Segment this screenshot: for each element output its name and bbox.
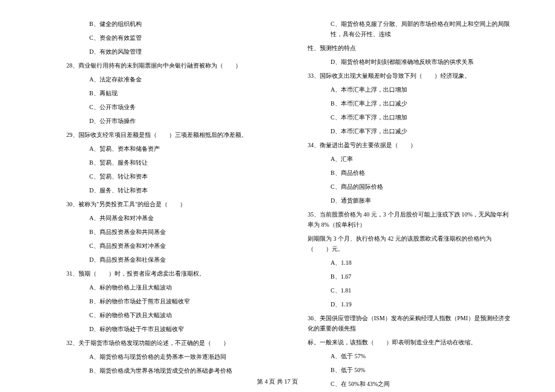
option-29-b: B、贸易、服务和转让: [66, 157, 271, 168]
question-28: 28、商业银行用持有的未到期票据向中央银行融资被称为（ ）: [66, 60, 271, 71]
option-32-b: B、期货价格成为世界各地现货成交价的基础参考价格: [66, 365, 271, 376]
option-32-c: C、期货价格克服了分散、局部的市场价格在时间上和空间上的局限性，具有公开性、连续: [308, 19, 513, 39]
option-31-c: C、标的物价格下跌且大幅波动: [66, 310, 271, 320]
option-33-c: C、本币汇率下浮，出口增加: [308, 112, 513, 122]
option-28-c: C、公开市场业务: [66, 102, 271, 112]
option-34-b: B、商品价格: [308, 168, 513, 178]
option-29-d: D、服务、转让和资本: [66, 185, 271, 195]
option-33-a: A、本币汇率上浮，出口增加: [308, 84, 513, 95]
option-29-c: C、贸易、转让和资本: [66, 171, 271, 182]
question-35-cont: 则期限为 3 个月、执行价格为 42 元的该股票欧式看涨期权的价格约为（ ）元。: [308, 233, 513, 254]
question-36: 36、美国供应管理协会（ISM）发布的采购经理人指数（PMI）是预测经济变化的重…: [308, 313, 513, 334]
option-30-d: D、商品投资基金和社保基金: [66, 254, 271, 265]
question-30: 30、被称为"另类投资工具"的组合是（ ）: [66, 199, 271, 209]
question-33: 33、国际收支出现大量顺差时会导致下列（ ）经济现象。: [308, 71, 513, 81]
option-27-c: C、资金的有效监管: [66, 33, 271, 43]
question-34: 34、衡量进出盈亏的主要依据是（ ）: [308, 140, 513, 150]
option-30-b: B、商品投资基金和共同基金: [66, 227, 271, 237]
option-27-d: D、有效的风险管理: [66, 46, 271, 57]
option-33-d: D、本币汇率下浮，出口减少: [308, 126, 513, 136]
option-28-d: D、公开市场操作: [66, 116, 271, 126]
question-36-cont: 标。一般来说，该指数（ ）即表明制造业生产活动在收缩。: [308, 337, 513, 347]
question-32: 32、关于期货市场价格发现功能的论述，不正确的是（ ）: [66, 338, 271, 348]
page-footer: 第 4 页 共 17 页: [0, 378, 555, 386]
question-35: 35、当前股票价格为 40 元，3 个月后股价可能上涨或下跌 10%，无风险年利…: [308, 209, 513, 230]
option-35-b: B、1.67: [308, 271, 513, 282]
option-29-a: A、贸易、资本和储备资产: [66, 144, 271, 154]
option-35-a: A、1.18: [308, 258, 513, 268]
option-30-c: C、商品投资基金和对冲基金: [66, 241, 271, 251]
page-content: B、健全的组织机构 C、资金的有效监管 D、有效的风险管理 28、商业银行用持有…: [0, 0, 555, 374]
option-31-d: D、标的物市场处于牛市且波幅收窄: [66, 324, 271, 334]
option-31-b: B、标的物价市场处于熊市且波幅收窄: [66, 296, 271, 306]
option-27-b: B、健全的组织机构: [66, 19, 271, 29]
option-36-b: B、低于 50%: [308, 365, 513, 375]
option-34-a: A、汇率: [308, 154, 513, 164]
option-31-a: A、标的物价格上涨且大幅波动: [66, 282, 271, 292]
option-34-c: C、商品的国际价格: [308, 182, 513, 192]
option-36-a: A、低于 57%: [308, 351, 513, 361]
option-30-a: A、共同基金和对冲基金: [66, 213, 271, 223]
option-32-c-cont: 性、预测性的特点: [308, 43, 513, 53]
question-31: 31、预期（ ）时，投资者应考虑卖出看涨期权。: [66, 268, 271, 279]
option-33-b: B、本币汇率上浮，出口减少: [308, 98, 513, 109]
option-35-c: C、1.81: [308, 285, 513, 296]
option-28-b: B、再贴现: [66, 88, 271, 98]
left-column: B、健全的组织机构 C、资金的有效监管 D、有效的风险管理 28、商业银行用持有…: [30, 15, 284, 374]
option-32-d: D、期货价格时时刻刻都能准确地反映市场的供求关系: [308, 57, 513, 67]
option-28-a: A、法定存款准备金: [66, 74, 271, 84]
right-column: C、期货价格克服了分散、局部的市场价格在时间上和空间上的局限性，具有公开性、连续…: [284, 15, 525, 374]
option-35-d: D、1.19: [308, 299, 513, 309]
option-32-a: A、期货价格与现货价格的走势基本一致并逐渐趋同: [66, 352, 271, 362]
option-34-d: D、通货膨胀率: [308, 195, 513, 206]
question-29: 29、国际收支经常项目差额是指（ ）三项差额相抵后的净差额。: [66, 130, 271, 140]
